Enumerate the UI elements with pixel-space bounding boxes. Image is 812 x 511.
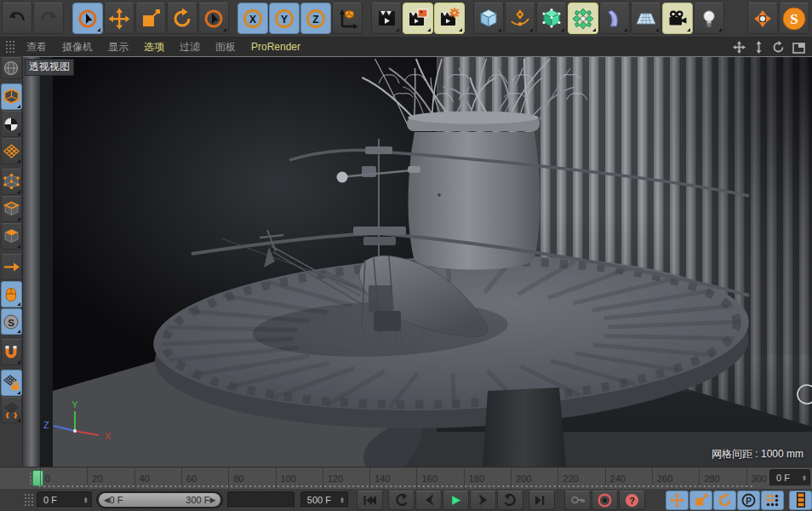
keyframe-question-button[interactable]: ? [619, 491, 645, 510]
range-right-arrow-icon[interactable]: ▶ [210, 496, 216, 504]
key-scale-button[interactable] [689, 491, 712, 510]
key-scale-icon [694, 493, 708, 508]
next-key-button[interactable] [497, 491, 523, 510]
add-camera-button[interactable] [662, 3, 693, 34]
frame-dots [37, 485, 752, 488]
current-frame-field[interactable]: 0 F ▲▼ [37, 491, 92, 508]
grid-spacing-label: 网格间距 : 1000 mm [712, 447, 803, 462]
menu-prorender[interactable]: ProRender [243, 41, 308, 53]
next-frame-button[interactable] [470, 491, 496, 510]
timeline-scroll-track[interactable] [227, 491, 294, 508]
stepper-icon[interactable]: ▲▼ [335, 497, 345, 503]
add-primitive-button[interactable] [473, 3, 504, 34]
viewport-tweak-button[interactable] [1, 281, 22, 307]
range-start-label: 0 F [110, 495, 123, 505]
enable-axis-button[interactable] [1, 254, 22, 280]
mouse-icon [3, 286, 20, 303]
key-rotation-icon [718, 493, 732, 508]
menu-view[interactable]: 查看 [19, 40, 54, 55]
max-time-field[interactable]: 500 F ▲▼ [300, 491, 348, 508]
viewport-menubar: 查看 摄像机 显示 选项 过滤 面板 ProRender [0, 37, 812, 56]
go-to-start-button[interactable] [357, 491, 383, 510]
make-editable-button[interactable] [1, 57, 22, 79]
add-deformer-button[interactable] [599, 3, 630, 34]
add-light-button[interactable] [694, 3, 724, 34]
lock-x-button[interactable]: X [237, 3, 268, 34]
model-mode-button[interactable] [1, 83, 22, 110]
previous-frame-button[interactable] [415, 491, 442, 510]
snap-flyout-button[interactable]: S [1, 308, 22, 335]
selection-flyout-button[interactable] [198, 3, 229, 34]
dolly-view-icon[interactable] [753, 41, 764, 54]
enable-snap-button[interactable] [1, 339, 22, 365]
ruler-frame-field[interactable]: 0 F ▲▼ [769, 469, 810, 486]
rotate-view-icon[interactable] [772, 41, 785, 54]
edges-mode-button[interactable] [1, 196, 22, 222]
pot [407, 112, 540, 270]
timeline-film-button[interactable] [789, 491, 812, 510]
next-frame-icon [477, 493, 490, 507]
go-to-end-button[interactable] [529, 491, 555, 510]
stepper-icon[interactable]: ▲▼ [797, 474, 807, 481]
lock-y-button[interactable]: Y [269, 3, 300, 34]
converge-button[interactable] [747, 3, 778, 34]
play-button[interactable] [443, 491, 469, 510]
svg-text:X: X [249, 13, 256, 25]
svg-text:P: P [746, 496, 752, 505]
toggle-panel-icon[interactable] [792, 41, 805, 54]
stepper-icon[interactable]: ▲▼ [78, 497, 89, 503]
workplane-tool-button[interactable] [1, 397, 22, 423]
menu-panel[interactable]: 面板 [208, 40, 243, 55]
add-modifier-button[interactable] [568, 3, 598, 34]
key-rotation-button[interactable] [713, 491, 736, 510]
transport-grip[interactable] [24, 493, 34, 507]
points-cube-icon [3, 173, 20, 191]
timeline-ruler[interactable]: 0204060801001201401601802002202402602803… [0, 467, 812, 489]
pan-view-icon[interactable] [733, 41, 746, 54]
rotate-button[interactable] [167, 3, 197, 34]
points-mode-button[interactable] [1, 169, 22, 195]
menubar-grip[interactable] [5, 40, 15, 54]
key-icon [570, 493, 586, 507]
menu-options[interactable]: 选项 [136, 40, 172, 55]
previous-key-button[interactable] [388, 491, 415, 510]
range-left-arrow-icon[interactable]: ◀ [104, 496, 110, 504]
workplane-grid-icon [3, 142, 20, 160]
key-parameter-button[interactable]: P [737, 491, 760, 510]
texture-mode-button[interactable] [1, 111, 22, 137]
workplane-move-icon [3, 401, 20, 419]
polygons-mode-button[interactable] [1, 223, 22, 250]
edges-cube-icon [3, 200, 20, 218]
key-position-button[interactable] [666, 491, 689, 510]
menu-display[interactable]: 显示 [100, 40, 136, 55]
previous-frame-icon [422, 493, 436, 507]
add-spline-button[interactable] [505, 3, 535, 34]
range-thumb[interactable]: ◀ 0 F 300 F ▶ [99, 493, 221, 507]
viewport-3d[interactable]: Y X Z 透视视图 网格间距 : 1000 mm [23, 56, 812, 467]
record-key-button[interactable] [564, 491, 591, 510]
render-view-icon [376, 8, 397, 29]
redo-button[interactable] [33, 3, 64, 34]
add-environment-button[interactable] [631, 3, 661, 34]
redo-icon [38, 9, 59, 29]
ruler-frame-value: 0 F [776, 473, 790, 483]
autokey-button[interactable] [592, 491, 618, 510]
key-pla-button[interactable] [761, 491, 784, 510]
workplane-mode-button[interactable] [1, 138, 22, 164]
menu-camera[interactable]: 摄像机 [54, 40, 100, 55]
view-label[interactable]: 透视视图 [25, 59, 74, 76]
coordinate-system-button[interactable] [332, 3, 363, 34]
lock-z-button[interactable]: Z [300, 3, 331, 34]
live-selection-button[interactable] [72, 3, 103, 34]
add-generator-button[interactable] [536, 3, 567, 34]
menu-filter[interactable]: 过滤 [172, 40, 208, 55]
render-settings-button[interactable] [434, 3, 465, 34]
scale-button[interactable] [135, 3, 166, 34]
render-picture-viewer-button[interactable] [403, 3, 433, 34]
render-view-button[interactable] [371, 3, 402, 34]
preview-range-slider[interactable]: ◀ 0 F 300 F ▶ [96, 491, 224, 508]
undo-button[interactable] [2, 3, 32, 34]
lock-workplane-button[interactable] [1, 370, 22, 396]
move-button[interactable] [104, 3, 134, 34]
layout-s-button[interactable]: S [779, 3, 809, 34]
